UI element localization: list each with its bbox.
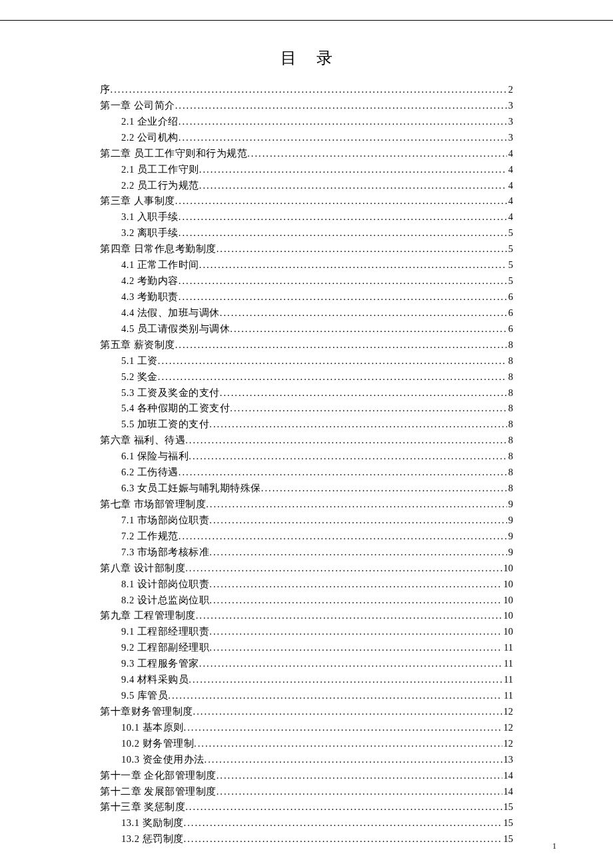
toc-leader-dots	[209, 640, 502, 656]
toc-page-number: 4	[507, 162, 513, 178]
toc-entry: 第三章 人事制度4	[100, 193, 513, 209]
toc-page-number: 15	[502, 799, 514, 815]
toc-entry: 5.3 工资及奖金的支付8	[100, 385, 513, 401]
toc-leader-dots	[158, 353, 507, 369]
toc-page-number: 10	[502, 608, 514, 624]
toc-entry: 第二章 员工工作守则和行为规范4	[100, 146, 513, 162]
toc-page-number: 5	[507, 225, 513, 241]
toc-page-number: 6	[507, 289, 513, 305]
toc-entry: 第十一章 企化部管理制度14	[100, 768, 513, 784]
toc-page-number: 4	[507, 146, 513, 162]
toc-leader-dots	[199, 257, 507, 273]
toc-leader-dots	[230, 321, 507, 337]
toc-leader-dots	[185, 561, 502, 577]
toc-label: 第六章 福利、待遇	[100, 433, 185, 449]
toc-label: 第二章 员工工作守则和行为规范	[100, 146, 247, 162]
toc-page-number: 4	[507, 178, 513, 194]
toc-entry: 2.1 员工工作守则4	[100, 162, 513, 178]
toc-page-number: 8	[507, 353, 513, 369]
toc-entry: 7.2 工作规范9	[100, 529, 513, 545]
toc-label: 2.2 公司机构	[121, 130, 179, 146]
toc-page-number: 9	[507, 497, 513, 513]
toc-label: 第十章财务管理制度	[100, 704, 193, 720]
toc-label: 3.2 离职手续	[121, 225, 179, 241]
toc-page-number: 14	[502, 768, 514, 784]
toc-entry: 9.5 库管员11	[100, 688, 513, 704]
toc-leader-dots	[179, 225, 507, 241]
toc-page-number: 11	[502, 688, 513, 704]
toc-page-number: 11	[502, 656, 513, 672]
toc-label: 第三章 人事制度	[100, 193, 175, 209]
toc-label: 2.2 员工行为规范	[121, 178, 199, 194]
toc-entry: 8.2 设计总监岗位职10	[100, 593, 513, 609]
toc-page-number: 8	[507, 401, 513, 417]
toc-page-number: 8	[507, 417, 513, 433]
toc-label: 9.3 工程服务管家	[121, 656, 199, 672]
toc-entry: 3.1 入职手续4	[100, 209, 513, 225]
toc-leader-dots	[206, 497, 507, 513]
toc-page-number: 10	[502, 624, 514, 640]
toc-label: 10.1 基本原则	[121, 720, 184, 736]
toc-leader-dots	[179, 465, 507, 481]
toc-entry: 第八章 设计部制度10	[100, 561, 513, 577]
toc-label: 4.2 考勤内容	[121, 273, 179, 289]
toc-label: 6.2 工伤待遇	[121, 465, 179, 481]
page-number: 1	[552, 841, 556, 851]
toc-leader-dots	[199, 656, 502, 672]
toc-leader-dots	[179, 130, 507, 146]
toc-leader-dots	[184, 815, 502, 831]
toc-entry: 13.1 奖励制度15	[100, 815, 513, 831]
toc-entry: 5.1 工资8	[100, 353, 513, 369]
toc-entry: 5.2 奖金8	[100, 369, 513, 385]
toc-page-number: 2	[507, 82, 513, 98]
toc-page-number: 6	[507, 321, 513, 337]
toc-entry: 6.1 保险与福利8	[100, 449, 513, 465]
toc-label: 7.3 市场部考核标准	[121, 545, 209, 561]
toc-page-number: 5	[507, 273, 513, 289]
toc-label: 4.5 员工请假类别与调休	[121, 321, 230, 337]
toc-label: 第五章 薪资制度	[100, 337, 175, 353]
toc-label: 第十三章 奖惩制度	[100, 799, 185, 815]
toc-label: 9.4 材料采购员	[121, 672, 189, 688]
toc-leader-dots	[209, 624, 502, 640]
toc-page-number: 4	[507, 193, 513, 209]
toc-container: 序2第一章 公司简介32.1 企业介绍32.2 公司机构3第二章 员工工作守则和…	[57, 82, 556, 847]
toc-entry: 13.2 惩罚制度15	[100, 831, 513, 847]
toc-page-number: 10	[502, 561, 514, 577]
toc-entry: 序2	[100, 82, 513, 98]
toc-label: 5.5 加班工资的支付	[121, 417, 209, 433]
toc-entry: 2.2 员工行为规范4	[100, 178, 513, 194]
toc-page-number: 12	[502, 704, 514, 720]
toc-page-number: 9	[507, 513, 513, 529]
toc-page-number: 8	[507, 449, 513, 465]
toc-leader-dots	[175, 98, 507, 114]
toc-entry: 4.5 员工请假类别与调休6	[100, 321, 513, 337]
toc-leader-dots	[185, 799, 502, 815]
toc-label: 4.1 正常工作时间	[121, 257, 199, 273]
toc-page-number: 5	[507, 257, 513, 273]
toc-label: 9.1 工程部经理职责	[121, 624, 209, 640]
toc-page-number: 9	[507, 529, 513, 545]
toc-leader-dots	[209, 577, 502, 593]
toc-leader-dots	[209, 545, 507, 561]
toc-leader-dots	[209, 513, 507, 529]
toc-leader-dots	[199, 178, 507, 194]
toc-leader-dots	[205, 752, 502, 768]
toc-page-number: 3	[507, 114, 513, 130]
toc-leader-dots	[194, 736, 502, 752]
toc-page-number: 8	[507, 481, 513, 497]
toc-label: 第一章 公司简介	[100, 98, 175, 114]
toc-label: 9.5 库管员	[121, 688, 168, 704]
toc-leader-dots	[184, 831, 502, 847]
toc-label: 13.1 奖励制度	[121, 815, 184, 831]
toc-entry: 4.1 正常工作时间5	[100, 257, 513, 273]
toc-label: 4.4 法假、加班与调休	[121, 305, 220, 321]
toc-label: 4.3 考勤职责	[121, 289, 179, 305]
toc-page-number: 15	[502, 815, 514, 831]
toc-page-number: 15	[502, 831, 514, 847]
toc-label: 3.1 入职手续	[121, 209, 179, 225]
toc-label: 第九章 工程管理制度	[100, 608, 196, 624]
toc-label: 2.1 企业介绍	[121, 114, 179, 130]
toc-leader-dots	[189, 672, 502, 688]
toc-page-number: 13	[502, 752, 514, 768]
